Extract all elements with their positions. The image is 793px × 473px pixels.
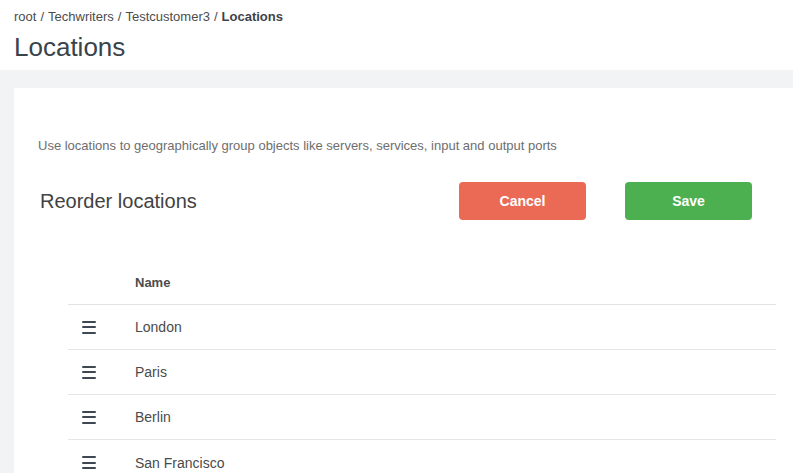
drag-handle-icon[interactable]: [82, 321, 96, 334]
location-name: London: [135, 319, 182, 335]
table-row: Paris: [68, 350, 776, 395]
page-header: root/Techwriters/Testcustomer3/Locations…: [0, 0, 793, 70]
table-row: London: [68, 305, 776, 350]
content-area: Use locations to geographically group ob…: [0, 70, 793, 473]
breadcrumb: root/Techwriters/Testcustomer3/Locations: [14, 9, 779, 24]
table-row: Berlin: [68, 395, 776, 440]
table-row: San Francisco: [68, 440, 776, 473]
breadcrumb-separator: /: [40, 9, 44, 24]
breadcrumb-item-techwriters[interactable]: Techwriters: [48, 9, 114, 24]
reorder-heading: Reorder locations: [40, 190, 459, 213]
locations-description: Use locations to geographically group ob…: [38, 138, 793, 153]
cancel-button[interactable]: Cancel: [459, 182, 586, 220]
locations-card: Use locations to geographically group ob…: [14, 88, 793, 473]
breadcrumb-item-root[interactable]: root: [14, 9, 36, 24]
breadcrumb-item-testcustomer3[interactable]: Testcustomer3: [125, 9, 210, 24]
name-column-header: Name: [135, 275, 170, 290]
locations-table: Name London Paris Berlin San Francisco: [68, 260, 776, 473]
location-name: Berlin: [135, 409, 171, 425]
drag-handle-icon[interactable]: [82, 456, 96, 469]
page: root/Techwriters/Testcustomer3/Locations…: [0, 0, 793, 473]
drag-handle-icon[interactable]: [82, 366, 96, 379]
reorder-toolbar: Reorder locations Cancel Save: [40, 182, 793, 220]
page-title: Locations: [14, 33, 779, 61]
breadcrumb-separator: /: [214, 9, 218, 24]
location-name: San Francisco: [135, 455, 224, 471]
breadcrumb-item-current: Locations: [222, 9, 283, 24]
drag-handle-icon[interactable]: [82, 411, 96, 424]
breadcrumb-separator: /: [118, 9, 122, 24]
table-header-row: Name: [68, 260, 776, 305]
save-button[interactable]: Save: [625, 182, 752, 220]
location-name: Paris: [135, 364, 167, 380]
